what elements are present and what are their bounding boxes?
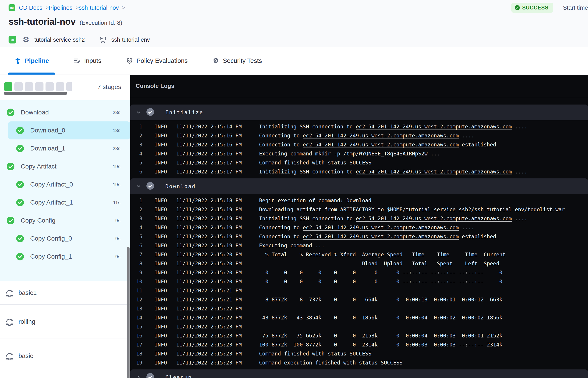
stage-item-copy artifact[interactable]: Copy Artifact 19s bbox=[0, 158, 130, 176]
service-name[interactable]: tutorial-service-ssh2 bbox=[34, 37, 85, 43]
log-section-header-cleanup[interactable]: Cleanup bbox=[130, 369, 588, 378]
meta-row: ∞ ⚙ tutorial-service-ssh2 ssh-tutorial-e… bbox=[9, 34, 150, 45]
stage-progress-square[interactable] bbox=[45, 82, 54, 91]
log-message: Dload Upload Total Spent Left Speed bbox=[259, 261, 499, 267]
stage-item-copy artifact_1[interactable]: Copy Artifact_1 11s bbox=[0, 193, 130, 212]
deployment-item-canary2[interactable]: canary2 bbox=[0, 373, 130, 378]
log-host-link[interactable]: ec2-54-201-142-249.us-west-2.compute.ama… bbox=[356, 124, 512, 130]
stage-duration: 19s bbox=[113, 182, 120, 187]
log-level: INFO bbox=[155, 306, 168, 311]
log-host-link[interactable]: ec2-54-201-142-249.us-west-2.compute.ama… bbox=[303, 234, 459, 240]
log-level: INFO bbox=[155, 160, 168, 166]
log-timestamp: 11/11/2022 2:15:22 PM bbox=[176, 306, 243, 311]
log-line: 19 INFO 11/11/2022 2:15:23 PMCommand exe… bbox=[130, 358, 588, 367]
log-line: 7 INFO 11/11/2022 2:15:20 PM % Total % R… bbox=[130, 250, 588, 259]
chevron-right-icon bbox=[136, 375, 141, 378]
deployment-item-rolling[interactable]: rolling bbox=[0, 305, 130, 339]
log-host-link[interactable]: ec2-54-201-142-249.us-west-2.compute.ama… bbox=[303, 133, 459, 138]
stage-progress-square[interactable] bbox=[56, 82, 64, 91]
stage-item-copy config_1[interactable]: Copy Config_1 9s bbox=[0, 248, 130, 266]
log-level: INFO bbox=[155, 124, 168, 130]
log-line-number: 4 bbox=[130, 225, 142, 230]
log-section-header-initialize[interactable]: Initialize bbox=[130, 105, 588, 120]
stage-duration: 19s bbox=[113, 164, 120, 169]
stage-label: Copy Artifact_1 bbox=[30, 199, 73, 206]
gear-icon: ⚙ bbox=[23, 36, 29, 43]
log-level: INFO bbox=[155, 142, 168, 148]
tab-security-tests[interactable]: Security Tests bbox=[206, 47, 268, 75]
stage-progress-square[interactable] bbox=[14, 82, 23, 91]
log-timestamp: 11/11/2022 2:15:21 PM bbox=[176, 297, 243, 303]
log-host-link[interactable]: ec2-54-201-142-249.us-west-2.compute.ama… bbox=[356, 169, 512, 175]
check-circle-icon bbox=[16, 253, 24, 260]
vertical-scrollbar[interactable] bbox=[127, 247, 130, 378]
harness-logo-icon: ∞ bbox=[9, 36, 16, 43]
log-message: Initializing SSH connection to ec2-54-20… bbox=[259, 124, 527, 130]
log-line: 4 INFO 11/11/2022 2:15:19 PMConnecting t… bbox=[130, 223, 588, 232]
log-timestamp: 11/11/2022 2:15:23 PM bbox=[176, 360, 243, 366]
log-level: INFO bbox=[155, 342, 168, 348]
stage-progress-square[interactable] bbox=[25, 82, 33, 91]
check-circle-icon bbox=[7, 108, 14, 116]
log-line: 12 INFO 11/11/2022 2:15:21 PM 8 8772k 8 … bbox=[130, 295, 588, 304]
log-line-number: 1 bbox=[130, 124, 142, 130]
pipeline-execution-page: { "breadcrumb": { "items": ["CD Docs", "… bbox=[0, 0, 588, 378]
stage-item-copy artifact_0[interactable]: Copy Artifact_0 19s bbox=[0, 176, 130, 193]
stage-progress-square[interactable] bbox=[4, 82, 12, 91]
stage-item-download_1[interactable]: Download_1 23s bbox=[0, 139, 130, 158]
breadcrumb-link-pipelines[interactable]: Pipelines bbox=[49, 4, 73, 11]
deployment-item-basic1[interactable]: basic1 bbox=[0, 281, 130, 305]
stage-item-download[interactable]: Download 23s bbox=[0, 103, 130, 122]
stage-duration: 23s bbox=[113, 110, 120, 115]
check-circle-icon bbox=[16, 145, 24, 152]
environment-name[interactable]: ssh-tutorial-env bbox=[111, 37, 150, 43]
log-timestamp: 11/11/2022 2:15:19 PM bbox=[176, 216, 243, 221]
horizontal-scrollbar[interactable] bbox=[4, 92, 67, 95]
stage-item-copy config[interactable]: Copy Config 9s bbox=[0, 212, 130, 230]
log-message: 43 8772k 43 3854k 0 0 1856k 0 0:00:04 0:… bbox=[259, 315, 502, 321]
log-timestamp: 11/11/2022 2:15:18 PM bbox=[176, 198, 243, 203]
chevron-down-icon[interactable] bbox=[135, 184, 142, 189]
log-host-link[interactable]: ec2-54-201-142-249.us-west-2.compute.ama… bbox=[303, 142, 459, 148]
log-host-link[interactable]: ec2-54-201-142-249.us-west-2.compute.ama… bbox=[356, 216, 512, 221]
log-timestamp: 11/11/2022 2:15:20 PM bbox=[176, 261, 243, 267]
log-level: INFO bbox=[155, 333, 168, 338]
stage-progress-square[interactable] bbox=[66, 82, 72, 91]
stage-progress-square[interactable] bbox=[35, 82, 43, 91]
tab-policy-evaluations[interactable]: Policy Evaluations bbox=[120, 47, 194, 75]
log-section-header-download[interactable]: Download bbox=[130, 178, 588, 194]
log-message: Initializing SSH connection to ec2-54-20… bbox=[259, 169, 527, 175]
redeploy-icon bbox=[5, 289, 14, 297]
chevron-right-icon[interactable] bbox=[135, 375, 142, 378]
stage-label: Copy Artifact bbox=[21, 163, 56, 170]
chevron-down-icon bbox=[136, 184, 141, 189]
tab-inputs[interactable]: Inputs bbox=[67, 47, 107, 75]
log-line-number: 3 bbox=[130, 142, 142, 148]
breadcrumb-link-cd-docs[interactable]: CD Docs bbox=[19, 4, 42, 11]
log-line-number: 4 bbox=[130, 151, 142, 157]
breadcrumb-link-pipeline-name[interactable]: ssh-tutorial-nov bbox=[79, 4, 119, 11]
console-log-area[interactable]: Initialize1 INFO 11/11/2022 2:15:14 PMIn… bbox=[130, 97, 588, 378]
check-circle-icon bbox=[16, 235, 24, 243]
log-timestamp: 11/11/2022 2:15:20 PM bbox=[176, 252, 243, 257]
log-timestamp: 11/11/2022 2:15:23 PM bbox=[176, 342, 243, 348]
log-message: 100 8772k 100 8772k 0 0 2314k 0 0:00:03 … bbox=[259, 342, 502, 348]
chevron-down-icon bbox=[136, 110, 141, 115]
title-row: ssh-tutorial-nov (Execution Id: 8) bbox=[9, 17, 122, 27]
stage-progress-strip bbox=[4, 82, 72, 91]
check-circle-icon bbox=[16, 181, 24, 188]
stage-item-copy config_0[interactable]: Copy Config_0 9s bbox=[0, 230, 130, 248]
tab-pipeline[interactable]: Pipeline bbox=[8, 47, 55, 75]
log-timestamp: 11/11/2022 2:15:19 PM bbox=[176, 234, 243, 240]
status-badge: SUCCESS bbox=[511, 3, 553, 13]
log-line-number: 17 bbox=[130, 342, 142, 348]
stage-item-download_0[interactable]: Download_0 13s bbox=[8, 122, 130, 139]
log-message: Connecting to ec2-54-201-142-249.us-west… bbox=[259, 133, 474, 138]
log-host-link[interactable]: ec2-54-201-142-249.us-west-2.compute.ama… bbox=[303, 225, 459, 230]
log-timestamp: 11/11/2022 2:15:19 PM bbox=[176, 225, 243, 230]
execution-id: (Execution Id: 8) bbox=[80, 19, 122, 26]
start-time-label: Start time bbox=[563, 4, 588, 11]
chevron-down-icon[interactable] bbox=[135, 110, 142, 115]
deployment-item-basic[interactable]: basic bbox=[0, 339, 130, 373]
log-level: INFO bbox=[155, 315, 168, 321]
